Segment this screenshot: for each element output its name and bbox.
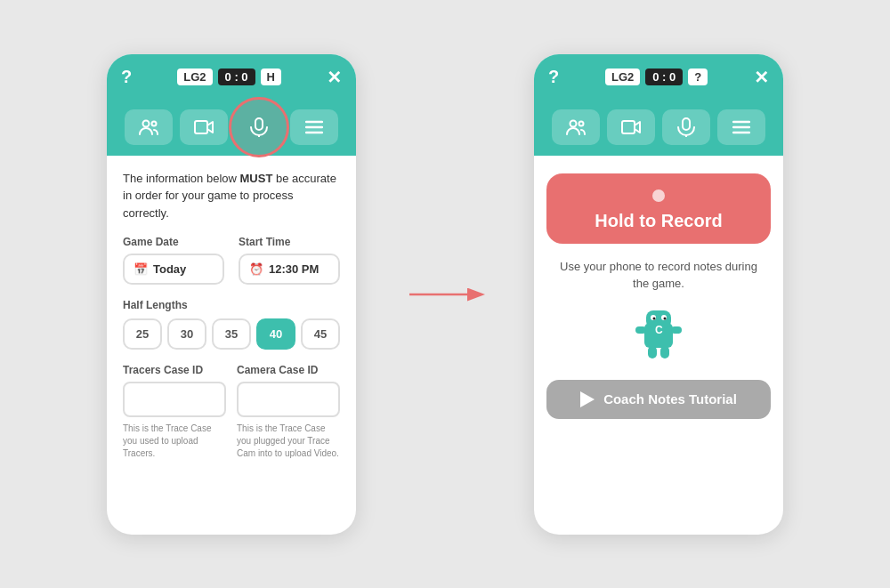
game-date-input[interactable]: 📅 Today [123, 254, 224, 285]
play-icon [580, 391, 595, 407]
svg-point-22 [664, 317, 667, 319]
nav-btn-mic-right[interactable] [662, 109, 710, 145]
half-lengths-label: Half Lengths [123, 299, 340, 311]
svg-point-10 [579, 121, 584, 125]
nav-bar-left [107, 101, 356, 156]
close-icon-right[interactable]: ✕ [754, 67, 769, 88]
hold-to-record-button[interactable]: Hold to Record [546, 173, 771, 244]
side-badge-right: ? [688, 68, 708, 85]
svg-rect-25 [660, 346, 669, 358]
date-time-row: Game Date 📅 Today Start Time ⏰ 12:30 PM [123, 236, 340, 285]
camera-group: Camera Case ID This is the Trace Case yo… [237, 364, 340, 460]
record-dot [652, 189, 665, 202]
svg-rect-3 [255, 118, 263, 130]
close-icon-left[interactable]: ✕ [327, 67, 342, 88]
right-phone: ? LG2 0 : 0 ? ✕ [534, 54, 783, 535]
nav-bar-right [534, 101, 783, 156]
svg-text:C: C [655, 324, 663, 336]
nav-btn-video-left[interactable] [180, 109, 228, 145]
half-25[interactable]: 25 [123, 318, 162, 350]
camera-desc: This is the Trace Case you plugged your … [237, 423, 340, 460]
right-phone-header: ? LG2 0 : 0 ? ✕ [534, 54, 783, 101]
coach-notes-tutorial-button[interactable]: Coach Notes Tutorial [546, 380, 771, 419]
camera-input[interactable] [237, 382, 340, 417]
svg-rect-2 [195, 121, 207, 133]
calendar-icon: 📅 [134, 262, 148, 276]
svg-rect-11 [622, 121, 635, 133]
side-badge-left: H [261, 68, 281, 85]
nav-btn-people-right[interactable] [552, 109, 600, 145]
nav-btn-people-left[interactable] [125, 109, 173, 145]
start-time-input[interactable]: ⏰ 12:30 PM [239, 254, 340, 285]
svg-rect-12 [683, 118, 690, 130]
start-time-value: 12:30 PM [269, 262, 319, 276]
start-time-group: Start Time ⏰ 12:30 PM [239, 236, 340, 285]
half-lengths-row: 25 30 35 40 45 [123, 318, 340, 350]
header-center-right: LG2 0 : 0 ? [605, 68, 708, 85]
help-icon-right[interactable]: ? [548, 67, 559, 87]
info-text: The information below MUST be accurate i… [123, 170, 340, 222]
game-date-label: Game Date [123, 236, 224, 248]
left-phone-body: The information below MUST be accurate i… [107, 156, 356, 482]
svg-point-21 [653, 317, 656, 319]
mascot-icon: C [632, 303, 685, 366]
left-phone: ? LG2 0 : 0 H ✕ [107, 54, 356, 535]
score-badge-right: 0 : 0 [645, 68, 683, 85]
hold-to-record-label: Hold to Record [595, 211, 722, 231]
use-phone-text: Use your phone to record notes during th… [552, 258, 765, 293]
half-30[interactable]: 30 [167, 318, 206, 350]
svg-rect-24 [648, 346, 657, 358]
game-date-group: Game Date 📅 Today [123, 236, 224, 285]
lg2-badge-right: LG2 [605, 68, 640, 85]
svg-rect-26 [635, 326, 646, 334]
case-ids-row: Tracers Case ID This is the Trace Case y… [123, 364, 340, 460]
svg-point-1 [152, 121, 157, 125]
arrow-svg [409, 268, 481, 321]
nav-btn-video-right[interactable] [607, 109, 655, 145]
start-time-label: Start Time [239, 236, 340, 248]
score-badge-left: 0 : 0 [218, 68, 255, 85]
nav-btn-menu-right[interactable] [717, 109, 765, 145]
half-40[interactable]: 40 [256, 318, 295, 350]
tracers-group: Tracers Case ID This is the Trace Case y… [123, 364, 226, 460]
camera-label: Camera Case ID [237, 364, 340, 376]
left-phone-header: ? LG2 0 : 0 H ✕ [107, 54, 356, 101]
svg-point-0 [143, 120, 150, 126]
mascot-container: C [534, 303, 783, 366]
nav-btn-mic-left[interactable] [235, 109, 283, 145]
help-icon-left[interactable]: ? [121, 67, 132, 87]
tracers-label: Tracers Case ID [123, 364, 226, 376]
half-35[interactable]: 35 [212, 318, 251, 350]
tracers-input[interactable] [123, 382, 226, 417]
game-date-value: Today [153, 262, 186, 276]
connector-arrow [409, 268, 481, 321]
header-center-left: LG2 0 : 0 H [177, 68, 281, 85]
clock-icon: ⏰ [249, 262, 263, 276]
tracers-desc: This is the Trace Case you used to uploa… [123, 423, 226, 460]
half-45[interactable]: 45 [301, 318, 340, 350]
svg-rect-27 [671, 326, 682, 334]
tutorial-label: Coach Notes Tutorial [603, 391, 737, 407]
nav-btn-menu-left[interactable] [290, 109, 338, 145]
lg2-badge-left: LG2 [177, 68, 212, 85]
svg-point-9 [570, 120, 577, 126]
